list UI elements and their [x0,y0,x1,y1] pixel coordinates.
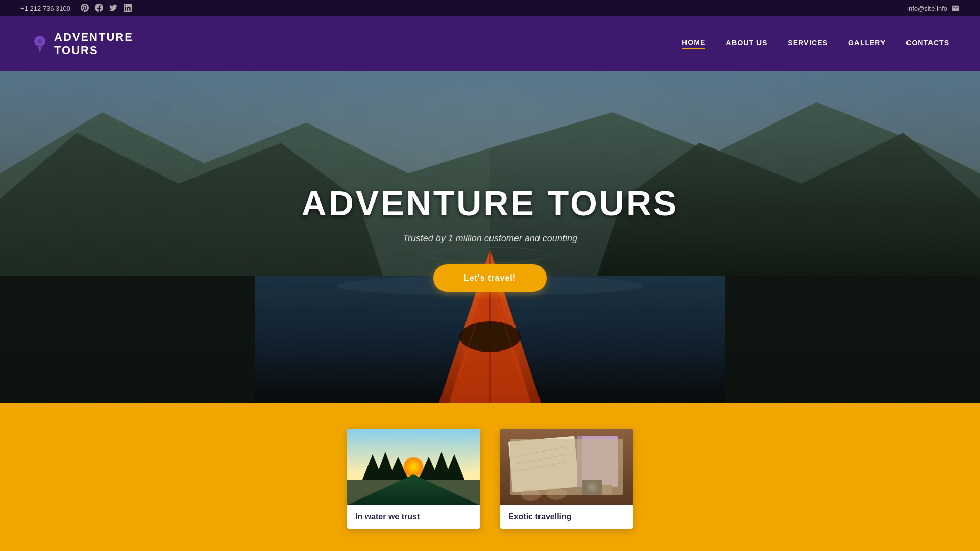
nav-services[interactable]: SERVICES [788,39,828,49]
svg-point-45 [587,482,597,492]
svg-point-47 [521,489,541,501]
hero-subtitle: Trusted by 1 million customer and counti… [302,233,679,244]
card-map: Exotic travelling [500,429,633,529]
card-map-title: Exotic travelling [508,512,625,521]
facebook-icon[interactable] [95,4,103,13]
svg-line-39 [516,462,567,472]
nav-about[interactable]: ABOUT US [726,39,767,49]
card-kayak-title: In water we trust [355,512,472,521]
nav-contacts[interactable]: CONTACTS [906,39,949,49]
svg-point-17 [464,324,516,349]
twitter-icon[interactable] [109,4,117,13]
logo: ADVENTURE TOURS [31,31,133,58]
header: ADVENTURE TOURS HOME ABOUT US SERVICES G… [0,16,980,71]
svg-point-42 [592,485,612,495]
top-bar-left: +1 212 736 3100 [20,4,132,13]
svg-rect-43 [592,485,612,495]
pinterest-icon[interactable] [81,4,89,13]
svg-rect-25 [347,480,480,505]
svg-rect-40 [577,436,618,487]
phone-number: +1 212 736 3100 [20,5,70,12]
card-map-text: Exotic travelling [500,505,633,529]
card-map-image [500,429,633,505]
svg-line-38 [516,455,567,464]
svg-line-37 [516,447,567,457]
svg-rect-12 [725,276,980,403]
top-bar-right: info@site.info [907,4,960,12]
card-kayak-text: In water we trust [347,505,480,529]
top-bar: +1 212 736 3100 info@site.info [0,0,980,16]
svg-rect-11 [0,276,255,403]
svg-point-33 [411,472,415,477]
nav-home[interactable]: HOME [682,38,705,49]
email-address: info@site.info [907,5,947,12]
hero-content: ADVENTURE TOURS Trusted by 1 million cus… [302,183,679,292]
card-kayak: In water we trust [347,429,480,529]
linkedin-icon[interactable] [124,4,132,13]
yellow-section: In water we trust [0,403,980,551]
svg-rect-36 [508,436,579,493]
svg-point-48 [546,488,567,500]
mail-icon [951,4,960,12]
svg-rect-44 [582,480,602,495]
svg-rect-41 [577,436,582,487]
svg-rect-35 [500,429,633,505]
hero-section: ADVENTURE TOURS Trusted by 1 million cus… [0,71,980,403]
main-nav: HOME ABOUT US SERVICES GALLERY CONTACTS [682,38,949,49]
cta-button[interactable]: Let's travel! [433,264,547,292]
hero-title: ADVENTURE TOURS [302,183,679,223]
svg-point-46 [589,484,595,490]
nav-gallery[interactable]: GALLERY [848,39,886,49]
logo-text: ADVENTURE TOURS [54,31,133,58]
logo-pin-icon [31,35,49,53]
card-kayak-image [347,429,480,505]
social-links [81,4,132,13]
